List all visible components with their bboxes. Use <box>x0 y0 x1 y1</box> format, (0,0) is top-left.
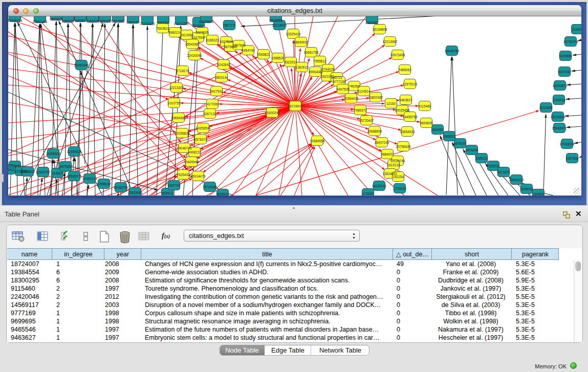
svg-text:114519: 114519 <box>52 171 63 175</box>
svg-text:16648784: 16648784 <box>445 49 460 53</box>
svg-text:18407249: 18407249 <box>375 141 389 144</box>
svg-text:15692971: 15692971 <box>552 126 567 130</box>
svg-text:2718176: 2718176 <box>176 69 189 73</box>
svg-text:16154808: 16154808 <box>373 28 387 31</box>
svg-text:173342: 173342 <box>362 192 374 195</box>
svg-text:14055714: 14055714 <box>8 19 23 23</box>
svg-text:112404: 112404 <box>572 28 581 31</box>
svg-text:9960124: 9960124 <box>168 31 182 34</box>
svg-text:8186323: 8186323 <box>206 38 219 42</box>
svg-text:10958167: 10958167 <box>97 182 112 186</box>
svg-text:545721: 545721 <box>331 76 342 79</box>
svg-text:1167534: 1167534 <box>566 157 579 160</box>
svg-text:12213303: 12213303 <box>169 86 184 90</box>
svg-text:12093872: 12093872 <box>553 84 568 87</box>
svg-text:13325419: 13325419 <box>286 32 301 36</box>
svg-text:22420046: 22420046 <box>187 54 202 57</box>
svg-text:16782759: 16782759 <box>114 186 128 189</box>
svg-text:18724007: 18724007 <box>288 104 303 108</box>
svg-text:2987682: 2987682 <box>365 21 379 25</box>
svg-text:1244415: 1244415 <box>552 98 565 102</box>
svg-text:7515524: 7515524 <box>192 24 205 28</box>
svg-text:8938921: 8938921 <box>443 135 456 138</box>
svg-text:9245032: 9245032 <box>520 187 533 191</box>
svg-text:19384554: 19384554 <box>310 139 325 143</box>
svg-text:14495758: 14495758 <box>403 115 418 119</box>
svg-text:1935061: 1935061 <box>8 164 21 168</box>
svg-text:7485063: 7485063 <box>398 68 411 72</box>
svg-text:10719155: 10719155 <box>140 22 155 26</box>
svg-text:10120746: 10120746 <box>390 159 405 163</box>
svg-text:13654923: 13654923 <box>400 130 415 134</box>
svg-text:13975857: 13975857 <box>58 165 73 168</box>
svg-text:9329966: 9329966 <box>559 54 572 58</box>
svg-text:1615132: 1615132 <box>387 163 400 167</box>
svg-text:20206536: 20206536 <box>46 152 61 156</box>
svg-text:904512: 904512 <box>162 191 173 195</box>
svg-text:10025458: 10025458 <box>395 108 410 112</box>
svg-text:9327508: 9327508 <box>191 36 205 39</box>
svg-text:19654985: 19654985 <box>171 116 186 120</box>
svg-text:7955812: 7955812 <box>313 59 326 63</box>
svg-text:6794028: 6794028 <box>321 68 335 71</box>
svg-text:15716485: 15716485 <box>203 185 217 189</box>
svg-text:10973493: 10973493 <box>390 53 405 57</box>
svg-text:12359924: 12359924 <box>67 150 82 154</box>
svg-text:1588520: 1588520 <box>271 56 285 60</box>
svg-text:8578372: 8578372 <box>194 138 207 141</box>
svg-text:164095: 164095 <box>432 128 443 132</box>
svg-text:10688609: 10688609 <box>367 129 382 133</box>
svg-text:15720407: 15720407 <box>359 119 374 122</box>
svg-text:9242845: 9242845 <box>217 63 230 67</box>
svg-text:20364436: 20364436 <box>344 97 359 100</box>
svg-text:2675327: 2675327 <box>50 17 63 21</box>
svg-text:19218906: 19218906 <box>272 24 287 27</box>
svg-text:12923486: 12923486 <box>128 191 143 194</box>
svg-text:3124514: 3124514 <box>357 90 371 93</box>
svg-text:6966160: 6966160 <box>126 20 140 24</box>
svg-text:6497508: 6497508 <box>336 87 350 91</box>
svg-text:9699695: 9699695 <box>420 121 433 125</box>
svg-text:18640910: 18640910 <box>294 40 309 44</box>
svg-text:1010755: 1010755 <box>167 101 181 105</box>
svg-text:16961758: 16961758 <box>304 51 319 54</box>
svg-text:15409948: 15409948 <box>184 160 199 164</box>
svg-text:4498222: 4498222 <box>188 150 201 154</box>
svg-text:6479197: 6479197 <box>453 142 467 145</box>
svg-text:20756928: 20756928 <box>396 145 411 148</box>
svg-text:10653257: 10653257 <box>98 19 113 23</box>
svg-text:2967608: 2967608 <box>232 43 246 47</box>
svg-text:27691406: 27691406 <box>33 20 48 24</box>
svg-text:10210643: 10210643 <box>551 115 565 119</box>
svg-text:2803144: 2803144 <box>215 76 228 79</box>
svg-text:10807487: 10807487 <box>368 96 383 99</box>
svg-text:12156802: 12156802 <box>20 170 35 173</box>
svg-text:19166825: 19166825 <box>175 132 190 135</box>
svg-text:10671355: 10671355 <box>174 22 189 26</box>
svg-text:12975115: 12975115 <box>403 82 418 86</box>
svg-text:10654122: 10654122 <box>509 178 524 182</box>
svg-text:8427542: 8427542 <box>210 90 223 93</box>
svg-text:924503: 924503 <box>533 192 544 196</box>
svg-text:26053346: 26053346 <box>74 63 89 67</box>
svg-text:9457791: 9457791 <box>167 184 181 187</box>
svg-text:8990448: 8990448 <box>309 70 322 74</box>
svg-text:1089377: 1089377 <box>61 19 75 23</box>
svg-text:9115460: 9115460 <box>419 104 431 108</box>
svg-text:8454749: 8454749 <box>242 49 255 52</box>
svg-text:17016504: 17016504 <box>560 142 575 146</box>
svg-text:417006: 417006 <box>207 102 218 106</box>
svg-text:7663822: 7663822 <box>156 27 169 30</box>
svg-text:3267130: 3267130 <box>203 112 216 116</box>
svg-text:9463627: 9463627 <box>399 98 412 102</box>
svg-text:9474444: 9474444 <box>465 148 478 152</box>
svg-text:8322037: 8322037 <box>284 60 297 64</box>
svg-text:5322605: 5322605 <box>195 31 209 34</box>
svg-text:17957223: 17957223 <box>82 177 97 181</box>
svg-text:16046745: 16046745 <box>177 146 192 150</box>
svg-text:2935114: 2935114 <box>475 157 488 160</box>
svg-text:16033809: 16033809 <box>199 20 214 24</box>
svg-text:12942757: 12942757 <box>36 170 51 174</box>
svg-text:8215935: 8215935 <box>539 106 553 110</box>
svg-text:7986372: 7986372 <box>354 108 367 112</box>
